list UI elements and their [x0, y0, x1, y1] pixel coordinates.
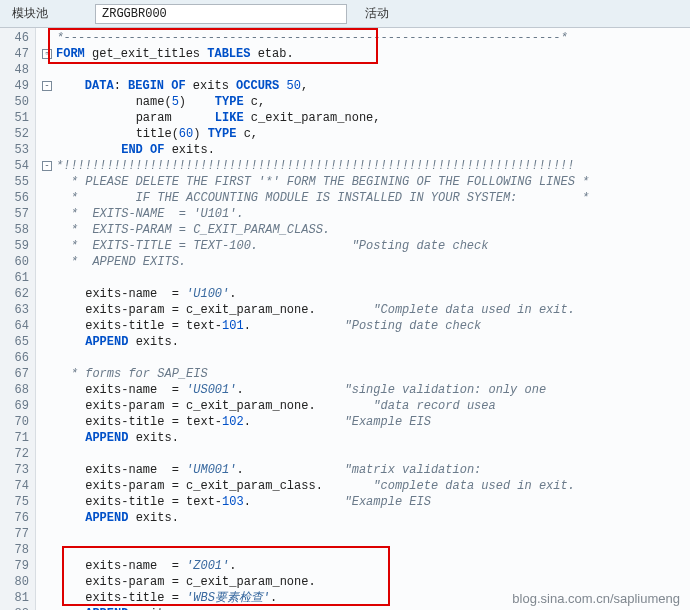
code-line: APPEND exits.: [42, 510, 690, 526]
line-number: 73: [0, 462, 35, 478]
code-line: -*!!!!!!!!!!!!!!!!!!!!!!!!!!!!!!!!!!!!!!…: [42, 158, 690, 174]
module-pool-header: 模块池 活动: [0, 0, 690, 28]
fold-icon[interactable]: ▫: [42, 49, 52, 59]
code-line: APPEND exits.: [42, 430, 690, 446]
code-line: * IF THE ACCOUNTING MODULE IS INSTALLED …: [42, 190, 690, 206]
line-number: 63: [0, 302, 35, 318]
code-line: [42, 542, 690, 558]
code-editor: 4647484950515253545556575859606162636465…: [0, 28, 690, 610]
line-number: 57: [0, 206, 35, 222]
code-line: [42, 270, 690, 286]
line-number: 68: [0, 382, 35, 398]
code-line: exits-name = 'UM001'. "matrix validation…: [42, 462, 690, 478]
header-status: 活动: [365, 5, 389, 22]
line-number: 64: [0, 318, 35, 334]
line-number: 72: [0, 446, 35, 462]
code-line: * EXITS-NAME = 'U101'.: [42, 206, 690, 222]
line-number: 79: [0, 558, 35, 574]
line-number: 61: [0, 270, 35, 286]
code-line: ▫FORM get_exit_titles TABLES etab.: [42, 46, 690, 62]
line-number: 78: [0, 542, 35, 558]
code-line: * forms for SAP_EIS: [42, 366, 690, 382]
code-line: exits-param = c_exit_param_none. "data r…: [42, 398, 690, 414]
line-number: 76: [0, 510, 35, 526]
line-number: 69: [0, 398, 35, 414]
code-line: exits-param = c_exit_param_none.: [42, 574, 690, 590]
line-number: 51: [0, 110, 35, 126]
code-line: * PLEASE DELETE THE FIRST '*' FORM THE B…: [42, 174, 690, 190]
code-line: exits-name = 'U100'.: [42, 286, 690, 302]
line-number-gutter: 4647484950515253545556575859606162636465…: [0, 28, 36, 610]
code-line: * EXITS-TITLE = TEXT-100. "Posting date …: [42, 238, 690, 254]
code-line: - DATA: BEGIN OF exits OCCURS 50,: [42, 78, 690, 94]
line-number: 52: [0, 126, 35, 142]
line-number: 55: [0, 174, 35, 190]
code-line: title(60) TYPE c,: [42, 126, 690, 142]
code-line: exits-name = 'US001'. "single validation…: [42, 382, 690, 398]
code-line: [42, 62, 690, 78]
code-line: exits-title = text-103. "Example EIS: [42, 494, 690, 510]
line-number: 65: [0, 334, 35, 350]
line-number: 48: [0, 62, 35, 78]
line-number: 58: [0, 222, 35, 238]
line-number: 75: [0, 494, 35, 510]
line-number: 56: [0, 190, 35, 206]
line-number: 47: [0, 46, 35, 62]
code-line: APPEND exits.: [42, 606, 690, 610]
line-number: 77: [0, 526, 35, 542]
line-number: 50: [0, 94, 35, 110]
code-line: * EXITS-PARAM = C_EXIT_PARAM_CLASS.: [42, 222, 690, 238]
line-number: 66: [0, 350, 35, 366]
line-number: 82: [0, 606, 35, 610]
code-line: exits-title = text-102. "Example EIS: [42, 414, 690, 430]
code-line: exits-param = c_exit_param_none. "Comple…: [42, 302, 690, 318]
code-line: [42, 446, 690, 462]
fold-icon[interactable]: -: [42, 161, 52, 171]
line-number: 67: [0, 366, 35, 382]
code-line: * APPEND EXITS.: [42, 254, 690, 270]
header-label: 模块池: [0, 5, 60, 22]
code-area[interactable]: *---------------------------------------…: [36, 28, 690, 610]
module-pool-input[interactable]: [95, 4, 347, 24]
line-number: 54: [0, 158, 35, 174]
code-line: APPEND exits.: [42, 334, 690, 350]
line-number: 81: [0, 590, 35, 606]
line-number: 70: [0, 414, 35, 430]
line-number: 62: [0, 286, 35, 302]
watermark: blog.sina.com.cn/sapliumeng: [512, 591, 680, 606]
code-line: [42, 526, 690, 542]
line-number: 49: [0, 78, 35, 94]
line-number: 53: [0, 142, 35, 158]
fold-icon[interactable]: -: [42, 81, 52, 91]
code-line: exits-param = c_exit_param_class. "compl…: [42, 478, 690, 494]
line-number: 59: [0, 238, 35, 254]
code-line: *---------------------------------------…: [42, 30, 690, 46]
line-number: 74: [0, 478, 35, 494]
line-number: 60: [0, 254, 35, 270]
line-number: 46: [0, 30, 35, 46]
line-number: 80: [0, 574, 35, 590]
code-line: param LIKE c_exit_param_none,: [42, 110, 690, 126]
code-line: END OF exits.: [42, 142, 690, 158]
line-number: 71: [0, 430, 35, 446]
code-line: exits-name = 'Z001'.: [42, 558, 690, 574]
code-line: name(5) TYPE c,: [42, 94, 690, 110]
code-line: exits-title = text-101. "Posting date ch…: [42, 318, 690, 334]
code-line: [42, 350, 690, 366]
